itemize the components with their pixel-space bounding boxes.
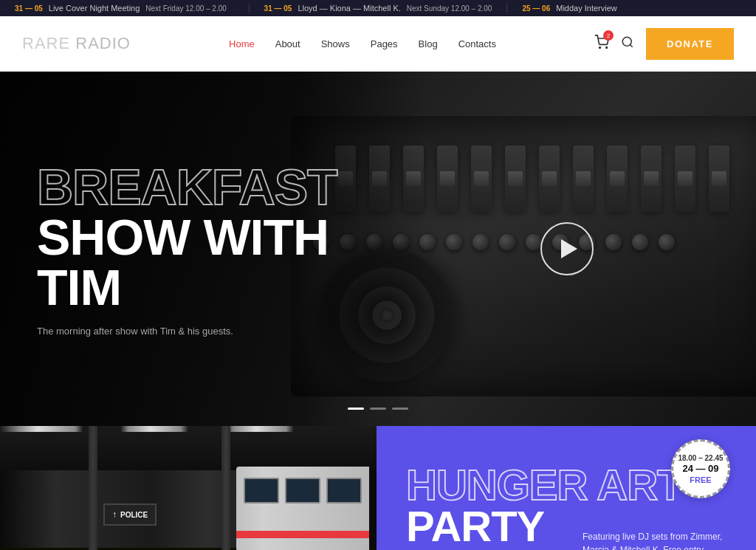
stamp-time: 18.00 – 22.45 (678, 453, 723, 463)
cart-icon[interactable]: 2 (594, 35, 609, 52)
subway-column-right (221, 426, 230, 550)
nav-link-about[interactable]: About (275, 38, 300, 49)
hero-subtitle: The morning after show with Tim & his gu… (37, 326, 391, 337)
knob-7 (472, 234, 489, 250)
stamp-date: 24 — 09 (682, 463, 718, 474)
ticker-time-2: Next Sunday 12.00 – 2.00 (407, 4, 492, 13)
stamp-free: FREE (690, 475, 711, 484)
svg-point-2 (622, 37, 631, 46)
ticker-item-1: 31 — 05 Live Cover Night Meeting Next Fr… (0, 4, 250, 13)
slider-dots (348, 408, 408, 410)
svg-point-0 (599, 47, 601, 49)
fader-11 (675, 145, 695, 212)
cart-badge: 2 (603, 30, 614, 41)
knob-6 (446, 234, 462, 250)
train-window-2 (285, 478, 320, 503)
navbar: RARE RADIO Home About Shows Pages Blog C… (0, 16, 756, 72)
ticker-title-3: Midday Interview (556, 4, 617, 13)
slider-dot-3[interactable] (392, 408, 408, 410)
fader-4 (437, 145, 458, 212)
police-sign-arrow: ↑ (112, 509, 117, 520)
nav-links: Home About Shows Pages Blog Contacts (229, 37, 496, 50)
slider-dot-1[interactable] (348, 408, 364, 410)
hero-title-line1: BREAKFAST (37, 162, 391, 212)
ticker-item-3: 25 — 06 Midday Interview (507, 4, 756, 13)
knob-8 (499, 234, 515, 250)
donate-button[interactable]: DONATE (646, 28, 734, 60)
nav-link-home[interactable]: Home (229, 38, 255, 49)
hero-content: BREAKFAST SHOW WITH TIM The morning afte… (0, 72, 428, 426)
event-description: Featuring live DJ sets from Zimmer, Marc… (583, 530, 730, 550)
nav-item-about[interactable]: About (275, 37, 300, 50)
nav-link-contacts[interactable]: Contacts (458, 38, 496, 49)
subway-train (236, 467, 369, 550)
nav-link-pages[interactable]: Pages (371, 38, 398, 49)
hero-section: BREAKFAST SHOW WITH TIM The morning afte… (0, 72, 756, 426)
fader-8 (573, 145, 594, 212)
logo[interactable]: RARE RADIO (22, 34, 131, 53)
ticker-title-2: Lloyd — Kiona — Mitchell K. (298, 4, 400, 13)
ticker-date-3: 25 — 06 (522, 4, 550, 13)
knob-14 (659, 234, 675, 250)
nav-item-blog[interactable]: Blog (419, 37, 438, 50)
subway-column-left (89, 426, 97, 550)
knob-9 (526, 234, 542, 250)
fader-9 (607, 145, 628, 212)
nav-link-blog[interactable]: Blog (419, 38, 438, 49)
svg-point-1 (606, 47, 608, 49)
fader-7 (539, 145, 560, 212)
hero-title: BREAKFAST SHOW WITH TIM (37, 162, 391, 312)
logo-light: RADIO (70, 34, 131, 52)
nav-item-home[interactable]: Home (229, 37, 255, 50)
fader-6 (505, 145, 526, 212)
ceiling-light-strip (0, 426, 377, 432)
ticker-bar: 31 — 05 Live Cover Night Meeting Next Fr… (0, 0, 756, 16)
logo-bold: RARE (22, 34, 70, 52)
nav-link-shows[interactable]: Shows (321, 38, 350, 49)
play-triangle-icon (561, 239, 577, 258)
nav-right: 2 DONATE (594, 28, 734, 60)
ticker-item-2: 31 — 05 Lloyd — Kiona — Mitchell K. Next… (250, 4, 508, 13)
hero-title-line2: SHOW WITH TIM (37, 212, 391, 312)
fader-10 (641, 145, 662, 212)
train-windows (244, 478, 362, 503)
fader-12 (709, 145, 729, 212)
play-button[interactable] (540, 222, 594, 275)
slider-dot-2[interactable] (370, 408, 386, 410)
ticker-title-1: Live Cover Night Meeting (49, 4, 140, 13)
ticker-time-1: Next Friday 12.00 – 2.00 (145, 4, 227, 13)
train-stripe (236, 531, 369, 538)
fader-5 (471, 145, 492, 212)
nav-item-shows[interactable]: Shows (321, 37, 350, 50)
tunnel-ceiling (0, 426, 377, 470)
subway-panel: ↑ POLICE (0, 426, 377, 550)
search-icon[interactable] (621, 35, 634, 52)
train-window-3 (326, 478, 362, 503)
bottom-section: ↑ POLICE 18.00 – 22.45 24 — 09 FREE HUNG… (0, 426, 756, 550)
police-sign-label: POLICE (120, 511, 148, 519)
event-stamp-badge: 18.00 – 22.45 24 — 09 FREE (671, 439, 730, 498)
nav-item-contacts[interactable]: Contacts (458, 37, 496, 50)
event-panel: 18.00 – 22.45 24 — 09 FREE HUNGER ART PA… (377, 426, 756, 550)
train-window-1 (244, 478, 279, 503)
knob-13 (632, 234, 648, 250)
ticker-date-2: 31 — 05 (264, 4, 292, 13)
police-sign: ↑ POLICE (103, 503, 157, 526)
ticker-date-1: 31 — 05 (15, 4, 43, 13)
nav-item-pages[interactable]: Pages (371, 37, 398, 50)
knob-12 (605, 234, 622, 250)
